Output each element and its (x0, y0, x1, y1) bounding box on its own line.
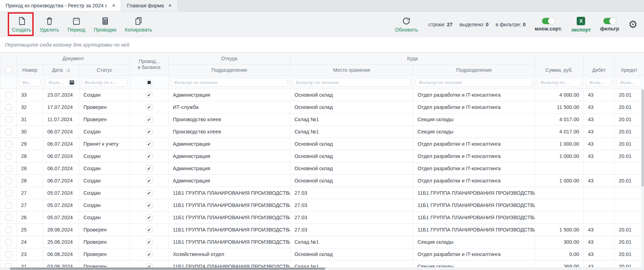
posted-checkbox[interactable]: ✔ (146, 178, 152, 184)
table-row[interactable]: 30 06.07.2024 Создан ✔ Производство клее… (0, 126, 644, 138)
posted-checkbox[interactable]: ✔ (146, 129, 152, 135)
table-row[interactable]: 24 25.06.2024 Проверен ✔ 11Б1 ГРУППА ПЛА… (0, 236, 644, 248)
posted-checkbox[interactable]: ✔ (146, 116, 152, 123)
row-select-checkbox[interactable] (5, 214, 12, 221)
row-select-cell (0, 236, 17, 248)
posted-checkbox[interactable]: ✔ (146, 190, 152, 196)
cell-status: Проверен (79, 101, 130, 113)
column-header-debit[interactable]: Дебет (584, 53, 615, 76)
create-button[interactable]: Создать (11, 16, 33, 33)
column-header-posted[interactable]: Провод... в балансе (130, 53, 169, 76)
posted-checkbox[interactable]: ✔ (146, 227, 152, 233)
column-header-sum[interactable]: Сумма, руб. (535, 53, 584, 76)
cell-to-division: 11Б1 ГРУППА ПЛАНИРОВАНИЯ ПРОИЗВОДСТВА (413, 224, 535, 236)
settings-gear-icon[interactable]: ⚙ (628, 19, 638, 30)
cell-debit: 43 (584, 236, 615, 248)
period-button[interactable]: Период (66, 16, 87, 33)
multisort-toggle[interactable] (542, 18, 555, 24)
table-row[interactable]: 28 06.07.2024 Создан ✔ Администрация Осн… (0, 162, 644, 175)
refresh-button[interactable]: Обновить (393, 16, 419, 33)
posted-checkbox[interactable]: ✔ (146, 153, 152, 159)
row-select-checkbox[interactable] (5, 141, 12, 147)
close-icon[interactable]: ✕ (112, 3, 115, 8)
filter-to-division-input[interactable] (415, 78, 533, 87)
group-header-to[interactable]: Куда (290, 53, 535, 64)
filter-number-input[interactable] (19, 78, 41, 87)
column-header-number[interactable]: Номер (17, 64, 43, 76)
group-header-document[interactable]: Документ (17, 53, 130, 64)
column-header-date[interactable]: Дата↓1 (43, 64, 79, 76)
group-header-from[interactable]: Откуда (169, 53, 290, 64)
table-row[interactable]: 32 17.07.2024 Проверен ✔ ИТ-служба Основ… (0, 101, 644, 113)
tab-receipt-registry[interactable]: Приход из производства - Реестр за 2024 … (0, 0, 121, 11)
row-select-checkbox[interactable] (5, 92, 12, 98)
column-header-to-division[interactable]: Подразделение (413, 64, 535, 76)
delete-button[interactable]: Удалить (38, 16, 60, 33)
table-row[interactable]: 31 11.07.2024 Проверен ✔ Производство кл… (0, 113, 644, 126)
row-select-checkbox[interactable] (5, 129, 12, 135)
row-select-checkbox[interactable] (5, 178, 12, 184)
cell-date: 06.07.2024 (43, 126, 79, 138)
row-select-checkbox[interactable] (5, 104, 12, 111)
table-row[interactable]: 28 06.07.2024 Создан ✔ Администрация Осн… (0, 175, 644, 187)
cell-from-division: Администрация (169, 162, 290, 175)
posted-checkbox[interactable]: ✔ (146, 165, 152, 172)
cell-storage: Склад №1 (290, 113, 413, 126)
horizontal-scrollbar[interactable] (0, 267, 644, 270)
filter-toggle[interactable] (603, 18, 616, 24)
filter-status-input[interactable] (81, 78, 128, 87)
multisort-toggle-group[interactable]: множ.сорт. (535, 18, 562, 32)
select-all-checkbox[interactable] (5, 67, 12, 73)
row-select-checkbox[interactable] (5, 116, 12, 123)
column-header-from-division[interactable]: Подразделение (169, 64, 290, 76)
table-row[interactable]: 27 05.07.2024 Создан ✔ 11Б1 ГРУППА ПЛАНИ… (0, 199, 644, 212)
row-select-checkbox[interactable] (5, 153, 12, 160)
copy-button[interactable]: Копировать (123, 16, 154, 33)
cell-number: 33 (17, 89, 43, 101)
posted-checkbox[interactable]: ✔ (146, 239, 152, 245)
row-select-checkbox[interactable] (5, 202, 12, 209)
row-select-checkbox[interactable] (5, 165, 12, 172)
horizontal-scrollbar-thumb[interactable] (10, 268, 325, 270)
export-button[interactable]: X экспорт (571, 17, 591, 33)
posted-checkbox[interactable]: ✔ (146, 104, 152, 110)
posted-checkbox[interactable]: ✔ (146, 202, 152, 208)
cell-credit: 20.01 (615, 138, 644, 150)
column-header-storage[interactable]: Место хранения (290, 64, 413, 76)
filter-credit-input[interactable] (617, 78, 642, 87)
group-by-hint[interactable]: Перетащите сюда колонку для группировки … (0, 37, 644, 53)
cell-posted: ✔ (130, 150, 169, 162)
table-row[interactable]: 26 05.07.2024 Создан ✔ 11Б1 ГРУППА ПЛАНИ… (0, 212, 644, 224)
posted-checkbox[interactable]: ✔ (146, 251, 152, 257)
filter-posted-checkbox[interactable] (146, 79, 152, 85)
tab-main-form[interactable]: Главная форма ✕ (121, 0, 177, 11)
row-select-checkbox[interactable] (5, 239, 12, 245)
table-row[interactable]: 29 06.07.2024 Принят к учету ✔ Администр… (0, 138, 644, 150)
cell-status: Принят к учету (79, 138, 130, 150)
filter-storage-input[interactable] (292, 78, 411, 87)
row-select-checkbox[interactable] (5, 251, 12, 258)
row-select-checkbox[interactable] (5, 190, 12, 196)
filter-from-division-input[interactable] (171, 78, 288, 87)
table-row[interactable]: 25 28.06.2024 Проверен ✔ 11Б1 ГРУППА ПЛА… (0, 224, 644, 236)
filter-toggle-group[interactable]: фильтр (600, 18, 619, 32)
table-row[interactable]: 23 06.06.2024 Проверен ✔ Хозяйственный о… (0, 248, 644, 261)
posted-checkbox[interactable]: ✔ (146, 141, 152, 147)
close-icon[interactable]: ✕ (168, 3, 172, 8)
filter-sum-input[interactable] (537, 78, 581, 87)
filter-debit-input[interactable] (586, 78, 612, 87)
posted-checkbox[interactable]: ✔ (146, 214, 152, 221)
entries-button[interactable]: Проводки (92, 16, 118, 33)
vertical-scrollbar-thumb[interactable] (642, 89, 644, 187)
row-select-checkbox[interactable] (5, 227, 12, 233)
column-header-status[interactable]: Статус (79, 64, 130, 76)
cell-to-division: Отдел разработки и IT-консалтинга (413, 138, 535, 150)
table-row[interactable]: 28 06.07.2024 Создан ✔ Администрация Осн… (0, 150, 644, 162)
cell-status: Создан (79, 212, 130, 224)
table-row[interactable]: 33 23.07.2024 Создан ✔ Администрация Осн… (0, 89, 644, 101)
vertical-scrollbar[interactable] (641, 89, 644, 267)
calendar-small-icon[interactable] (69, 79, 75, 85)
table-row[interactable]: 27 05.07.2024 Создан ✔ 11Б1 ГРУППА ПЛАНИ… (0, 187, 644, 199)
column-header-credit[interactable]: Кредит (615, 53, 644, 76)
posted-checkbox[interactable]: ✔ (146, 92, 152, 98)
